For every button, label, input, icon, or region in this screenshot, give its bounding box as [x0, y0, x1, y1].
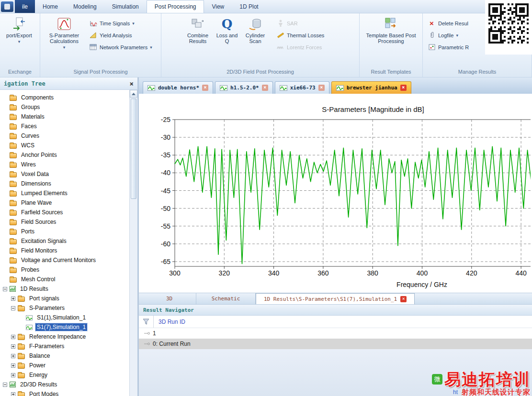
tree-item-faces[interactable]: Faces	[0, 121, 129, 131]
navigation-tree-title: igation Tree	[4, 80, 45, 87]
ribbon-tab-1d-plot[interactable]: 1D Plot	[232, 0, 266, 13]
view-tab-3d[interactable]: 3D	[143, 293, 196, 304]
close-icon[interactable]: ×	[202, 85, 208, 91]
dropdown-arrow-icon[interactable]: ▾	[18, 39, 21, 44]
tree-item-components[interactable]: Components	[0, 93, 129, 102]
folder-icon	[10, 268, 17, 273]
cylinder-scan-button[interactable]: Cylinder Scan	[241, 15, 270, 44]
logfile-button[interactable]: Logfile ▾	[428, 32, 469, 39]
qr-code-image	[485, 0, 532, 55]
close-icon[interactable]: ×	[262, 85, 268, 91]
close-icon[interactable]: ×	[400, 85, 407, 91]
tree-item-balance[interactable]: Balance	[0, 351, 129, 361]
import-export-button[interactable]: port/Export ▾	[2, 15, 36, 44]
navigation-tree: ComponentsGroupsMaterialsFacesCurvesWCSA…	[0, 90, 137, 396]
collapse-icon[interactable]	[3, 287, 7, 291]
expand-icon[interactable]	[11, 344, 15, 349]
folder-icon	[10, 124, 17, 130]
network-parameters-button[interactable]: Network Parameters ▾	[89, 44, 152, 51]
tree-item-plane-wave[interactable]: Plane Wave	[0, 198, 129, 208]
template-based-post-processing-button[interactable]: Template Based Post Processing	[365, 15, 418, 44]
lorentz-forces-button[interactable]: Lorentz Forces	[276, 44, 324, 51]
tree-item-anchor-points[interactable]: Anchor Points	[0, 150, 129, 160]
tree-item-dimensions[interactable]: Dimensions	[0, 179, 129, 188]
tree-item-wcs[interactable]: WCS	[0, 141, 129, 150]
view-tab-1d-results-s-parameters-s1-7-simulation-1[interactable]: 1D Results\S-Parameters\S1(7),Simulation…	[256, 293, 415, 304]
ribbon-tab-simulation[interactable]: Simulation	[104, 0, 147, 13]
expand-icon[interactable]	[11, 392, 15, 396]
tree-item-s-parameters[interactable]: S-Parameters	[0, 303, 129, 313]
scrollbar-thumb[interactable]	[131, 99, 136, 199]
loss-and-q-button[interactable]: Q Loss and Q	[213, 15, 241, 44]
tree-item-lumped-elements[interactable]: Lumped Elements	[0, 188, 129, 198]
tree-item-voltage-and-current-monitors[interactable]: Voltage and Current Monitors	[0, 255, 129, 265]
ribbon-tab-modeling[interactable]: Modeling	[66, 0, 104, 13]
expand-icon[interactable]	[11, 363, 15, 368]
run-id-column-header[interactable]: 3D Run ID	[153, 316, 532, 328]
expand-icon[interactable]	[11, 335, 15, 339]
file-tab[interactable]: ile	[15, 0, 35, 13]
view-tab-schematic[interactable]: Schematic	[196, 293, 256, 304]
tree-item-farfield-sources[interactable]: Farfield Sources	[0, 208, 129, 217]
tree-item-2d-3d-results[interactable]: 2D/3D Results	[0, 380, 129, 389]
ribbon-tab-view[interactable]: View	[204, 0, 232, 13]
close-icon[interactable]: ×	[318, 85, 325, 91]
close-icon[interactable]: ×	[400, 296, 407, 302]
delete-results-button[interactable]: × Delete Resul	[428, 20, 469, 27]
tree-scrollbar[interactable]	[129, 90, 137, 396]
tree-item-s1-1-simulation-1[interactable]: S1(1),Simulation_1	[0, 313, 129, 322]
time-signals-button[interactable]: Time Signals ▾	[89, 20, 152, 27]
tree-item-excitation-signals[interactable]: Excitation Signals	[0, 236, 129, 246]
tree-item-groups[interactable]: Groups	[0, 102, 129, 112]
tree-item-curves[interactable]: Curves	[0, 131, 129, 141]
document-tab-h1-5-2-0[interactable]: h1.5-2.0*×	[215, 81, 273, 94]
dropdown-arrow-icon: ▾	[150, 45, 152, 50]
import-export-label: port/Export	[6, 33, 32, 38]
tree-item-voxel-data[interactable]: Voxel Data	[0, 169, 129, 179]
dropdown-arrow-icon[interactable]: ▾	[63, 45, 66, 50]
run-id-row-0-current-run[interactable]: 0: Current Run	[139, 339, 532, 349]
document-tab-xie66-73[interactable]: xie66-73×	[275, 81, 329, 94]
app-logo-icon[interactable]	[1, 1, 13, 12]
network-parameters-icon	[89, 44, 97, 51]
combine-results-button[interactable]: Combine Results	[182, 15, 213, 44]
thermal-losses-button[interactable]: Thermal Losses	[276, 32, 324, 39]
tree-item-mesh-control[interactable]: Mesh Control	[0, 275, 129, 284]
tree-item-probes[interactable]: Probes	[0, 265, 129, 275]
run-id-row-1[interactable]: 1	[139, 328, 532, 339]
scroll-up-button[interactable]	[130, 90, 137, 98]
ribbon-tab-home[interactable]: Home	[35, 0, 66, 13]
close-icon[interactable]: ×	[130, 80, 134, 87]
tree-item-f-parameters[interactable]: F-Parameters	[0, 341, 129, 351]
tree-item-wires[interactable]: Wires	[0, 160, 129, 169]
filter-funnel-icon[interactable]	[139, 319, 153, 325]
tree-item-port-signals[interactable]: Port signals	[0, 294, 129, 303]
document-tab-brewster-jianhua[interactable]: brewster jianhua×	[331, 81, 411, 94]
tree-item-materials[interactable]: Materials	[0, 112, 129, 121]
tree-item-reference-impedance[interactable]: Reference Impedance	[0, 332, 129, 341]
expand-icon[interactable]	[11, 297, 15, 301]
expand-icon[interactable]	[11, 373, 15, 377]
folder-icon	[10, 134, 17, 139]
delete-results-label: Delete Resul	[438, 21, 468, 26]
tree-item-s1-7-simulation-1[interactable]: S1(7),Simulation_1	[0, 322, 129, 332]
tree-item-power[interactable]: Power	[0, 361, 129, 370]
group-label-result-templates: Result Templates	[360, 67, 422, 77]
expand-icon[interactable]	[11, 354, 15, 358]
yield-analysis-button[interactable]: Yield Analysis	[89, 32, 152, 39]
collapse-icon[interactable]	[11, 306, 15, 310]
s-parameter-calculations-button[interactable]: S-Parameter Calculations ▾	[42, 15, 86, 50]
tree-item-1d-results[interactable]: 1D Results	[0, 284, 129, 294]
collapse-icon[interactable]	[3, 383, 7, 387]
tree-item-field-monitors[interactable]: Field Monitors	[0, 246, 129, 255]
ribbon-tab-post-processing[interactable]: Post Processing	[147, 0, 204, 13]
parametric-results-button[interactable]: Parametric R	[428, 44, 469, 51]
tree-item-port-modes[interactable]: Port Modes	[0, 389, 129, 396]
tree-item-energy[interactable]: Energy	[0, 370, 129, 380]
document-tab-double-horns[interactable]: double horns*×	[143, 81, 213, 94]
tree-item-field-sources[interactable]: Field Sources	[0, 217, 129, 227]
sar-button[interactable]: SAR	[276, 20, 324, 27]
tree-item-ports[interactable]: Ports	[0, 227, 129, 236]
s-parameter-chart[interactable]: 300320340360380400420440-25-30-35-40-45-…	[139, 94, 531, 293]
folder-icon	[18, 392, 25, 396]
